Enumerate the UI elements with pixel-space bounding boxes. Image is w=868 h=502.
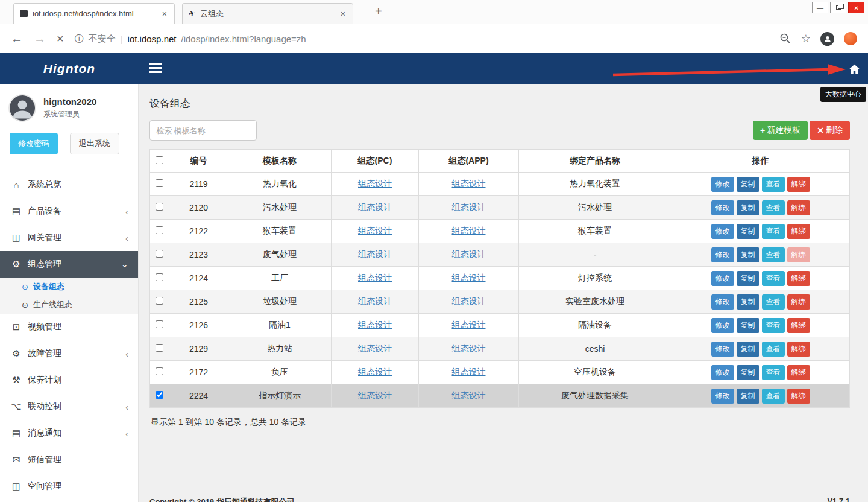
action-unbind-button[interactable]: 解绑 — [787, 200, 810, 215]
action-copy-button[interactable]: 复制 — [737, 200, 760, 215]
omnibox[interactable]: ⓘ 不安全 | iot.idosp.net/idosp/index.html?l… — [75, 33, 769, 45]
browser-profile-icon[interactable] — [820, 32, 834, 46]
app-config-link[interactable]: 组态设计 — [452, 249, 486, 259]
action-edit-button[interactable]: 修改 — [711, 271, 734, 286]
minimize-button[interactable]: — — [812, 2, 828, 13]
app-config-link[interactable]: 组态设计 — [452, 273, 486, 282]
row-checkbox[interactable] — [156, 203, 163, 211]
sidebar-item-gateway[interactable]: ◫ 网关管理 ‹ — [0, 224, 138, 251]
logout-button[interactable]: 退出系统 — [70, 133, 119, 154]
sidebar-item-product-devices[interactable]: ▤ 产品设备 ‹ — [0, 198, 138, 224]
action-view-button[interactable]: 查看 — [762, 318, 785, 333]
row-checkbox[interactable] — [156, 344, 163, 352]
action-copy-button[interactable]: 复制 — [737, 271, 760, 286]
pc-config-link[interactable]: 组态设计 — [358, 367, 392, 376]
action-edit-button[interactable]: 修改 — [711, 200, 734, 215]
action-view-button[interactable]: 查看 — [762, 294, 785, 310]
action-edit-button[interactable]: 修改 — [711, 318, 734, 333]
action-unbind-button[interactable]: 解绑 — [787, 342, 810, 357]
extension-icon[interactable] — [844, 32, 857, 45]
action-unbind-button[interactable]: 解绑 — [787, 294, 810, 310]
action-unbind-button[interactable]: 解绑 — [787, 389, 810, 404]
sidebar-item-linkage[interactable]: ⌥ 联动控制 ‹ — [0, 393, 138, 420]
tab-close-icon[interactable]: × — [161, 9, 168, 19]
row-checkbox[interactable] — [156, 226, 163, 234]
back-icon[interactable]: ← — [11, 33, 23, 45]
search-input[interactable] — [149, 120, 257, 141]
stop-icon[interactable]: × — [57, 33, 64, 45]
row-checkbox[interactable] — [156, 391, 163, 399]
action-copy-button[interactable]: 复制 — [737, 318, 760, 333]
app-config-link[interactable]: 组态设计 — [452, 202, 486, 212]
action-unbind-button[interactable]: 解绑 — [787, 271, 810, 286]
action-copy-button[interactable]: 复制 — [737, 247, 760, 262]
sidebar-subitem-device-config[interactable]: ⊙ 设备组态 — [0, 278, 138, 296]
action-view-button[interactable]: 查看 — [762, 177, 785, 192]
action-copy-button[interactable]: 复制 — [737, 342, 760, 357]
home-button[interactable] — [840, 53, 868, 84]
sidebar-item-message[interactable]: ▤ 消息通知 ‹ — [0, 420, 138, 446]
action-edit-button[interactable]: 修改 — [711, 247, 734, 262]
pc-config-link[interactable]: 组态设计 — [358, 320, 392, 329]
pc-config-link[interactable]: 组态设计 — [358, 343, 392, 353]
new-tab-button[interactable]: + — [375, 5, 382, 19]
action-copy-button[interactable]: 复制 — [737, 294, 760, 310]
app-config-link[interactable]: 组态设计 — [452, 367, 486, 376]
row-checkbox[interactable] — [156, 367, 163, 375]
sidebar-item-config[interactable]: ⚙ 组态管理 ⌄ — [0, 251, 138, 278]
action-copy-button[interactable]: 复制 — [737, 224, 760, 239]
sidebar-toggle-icon[interactable] — [149, 63, 162, 75]
action-view-button[interactable]: 查看 — [762, 389, 785, 404]
close-button[interactable]: × — [848, 2, 864, 13]
action-view-button[interactable]: 查看 — [762, 224, 785, 239]
app-config-link[interactable]: 组态设计 — [452, 179, 486, 188]
action-view-button[interactable]: 查看 — [762, 200, 785, 215]
pc-config-link[interactable]: 组态设计 — [358, 179, 392, 188]
row-checkbox[interactable] — [156, 250, 163, 258]
action-unbind-button[interactable]: 解绑 — [787, 224, 810, 239]
sidebar-item-sms[interactable]: ✉ 短信管理 — [0, 446, 138, 473]
new-template-button[interactable]: + 新建模板 — [753, 121, 808, 140]
tab-close-icon[interactable]: × — [339, 9, 347, 19]
row-checkbox[interactable] — [156, 273, 163, 281]
row-checkbox[interactable] — [156, 297, 163, 305]
app-config-link[interactable]: 组态设计 — [452, 226, 486, 235]
pc-config-link[interactable]: 组态设计 — [358, 390, 392, 400]
page-info-icon[interactable]: ⓘ — [75, 33, 84, 45]
sidebar-item-space[interactable]: ◫ 空间管理 — [0, 473, 138, 500]
pc-config-link[interactable]: 组态设计 — [358, 249, 392, 259]
action-unbind-button[interactable]: 解绑 — [787, 318, 810, 333]
action-edit-button[interactable]: 修改 — [711, 389, 734, 404]
bookmark-star-icon[interactable]: ☆ — [801, 32, 811, 45]
action-edit-button[interactable]: 修改 — [711, 177, 734, 192]
pc-config-link[interactable]: 组态设计 — [358, 296, 392, 306]
browser-tab-active[interactable]: iot.idosp.net/idosp/index.html × — [13, 3, 175, 24]
action-copy-button[interactable]: 复制 — [737, 177, 760, 192]
action-view-button[interactable]: 查看 — [762, 271, 785, 286]
app-config-link[interactable]: 组态设计 — [452, 390, 486, 400]
row-checkbox[interactable] — [156, 179, 163, 187]
pc-config-link[interactable]: 组态设计 — [358, 273, 392, 282]
row-checkbox[interactable] — [156, 320, 163, 328]
action-view-button[interactable]: 查看 — [762, 365, 785, 380]
select-all-checkbox[interactable] — [156, 156, 163, 164]
pc-config-link[interactable]: 组态设计 — [358, 202, 392, 212]
app-config-link[interactable]: 组态设计 — [452, 296, 486, 306]
pc-config-link[interactable]: 组态设计 — [358, 226, 392, 235]
forward-icon[interactable]: → — [34, 33, 46, 45]
sidebar-subitem-line-config[interactable]: ⊙ 生产线组态 — [0, 296, 138, 314]
action-edit-button[interactable]: 修改 — [711, 342, 734, 357]
action-unbind-button[interactable]: 解绑 — [787, 177, 810, 192]
action-view-button[interactable]: 查看 — [762, 247, 785, 262]
action-edit-button[interactable]: 修改 — [711, 294, 734, 310]
sidebar-item-maintenance[interactable]: ⚒ 保养计划 — [0, 367, 138, 393]
action-copy-button[interactable]: 复制 — [737, 389, 760, 404]
action-edit-button[interactable]: 修改 — [711, 365, 734, 380]
app-config-link[interactable]: 组态设计 — [452, 320, 486, 329]
sidebar-item-system-overview[interactable]: ⌂ 系统总览 — [0, 171, 138, 198]
action-edit-button[interactable]: 修改 — [711, 224, 734, 239]
sidebar-item-video[interactable]: ⊡ 视频管理 — [0, 314, 138, 340]
action-unbind-button[interactable]: 解绑 — [787, 365, 810, 380]
action-unbind-button[interactable]: 解绑 — [787, 247, 810, 262]
delete-button[interactable]: ✕ 删除 — [810, 121, 850, 140]
